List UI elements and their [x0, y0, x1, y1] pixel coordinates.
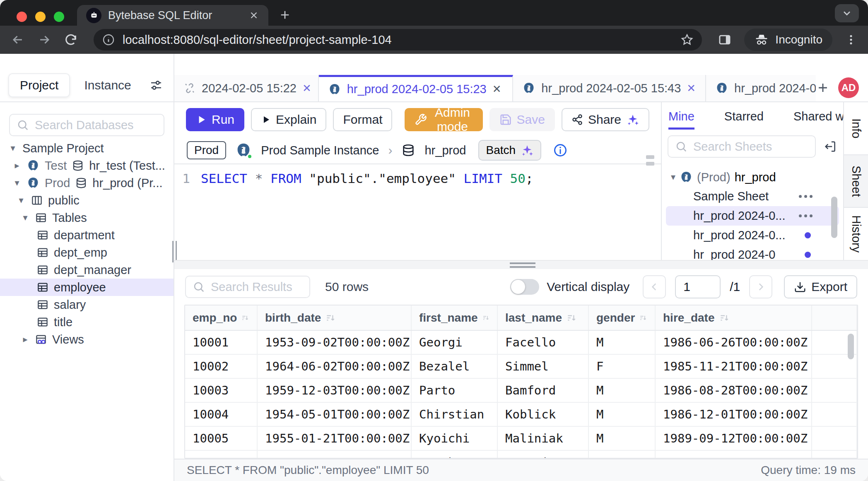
grid-cell[interactable]: 1989-09-12T00:00:00Z: [655, 426, 812, 450]
grid-cell[interactable]: Simmel: [497, 354, 588, 378]
sheets-search-input[interactable]: [693, 140, 808, 154]
results-splitter[interactable]: [174, 260, 868, 269]
next-page-button[interactable]: [749, 275, 772, 298]
grid-cell[interactable]: Facello: [497, 330, 588, 354]
filter-settings-icon[interactable]: [149, 78, 164, 93]
tree-item-views-group[interactable]: ▸ Views: [0, 331, 174, 348]
grid-cell[interactable]: 10006: [185, 450, 257, 459]
reload-icon[interactable]: [64, 33, 78, 47]
grid-cell[interactable]: 1964-06-02T00:00:00Z: [257, 354, 411, 378]
sort-icon[interactable]: [241, 313, 249, 323]
grid-cell[interactable]: 1959-12-03T00:00:00Z: [257, 378, 411, 402]
sheet-item-selected[interactable]: hr_prod 2024-0...: [666, 206, 839, 226]
sheets-scrollbar[interactable]: [831, 197, 837, 238]
explain-button[interactable]: Explain: [251, 108, 326, 131]
sort-icon[interactable]: [566, 313, 577, 323]
grid-cell[interactable]: Kyoichi: [411, 426, 497, 450]
close-window-button[interactable]: [17, 12, 27, 22]
tab-sheet[interactable]: Sheet: [844, 154, 868, 208]
vertical-display-toggle[interactable]: [510, 279, 539, 295]
results-search-input[interactable]: [211, 280, 303, 294]
close-tab-icon[interactable]: [248, 10, 259, 21]
new-sheet-button[interactable]: [816, 81, 830, 95]
grid-cell[interactable]: 10001: [185, 330, 257, 354]
tree-item-table-title[interactable]: title: [0, 313, 174, 331]
share-button[interactable]: Share: [562, 108, 649, 131]
caret-down-icon[interactable]: ▾: [17, 195, 26, 206]
grid-cell[interactable]: Anneke: [411, 450, 497, 459]
sort-icon[interactable]: [639, 313, 647, 323]
sort-icon[interactable]: [482, 313, 489, 323]
grid-cell[interactable]: M: [588, 402, 655, 426]
sort-icon[interactable]: [325, 313, 336, 323]
column-header-first-name[interactable]: first_name: [411, 305, 497, 330]
instance-name[interactable]: Prod Sample Instance: [261, 144, 379, 157]
close-sheet-icon[interactable]: ✕: [492, 83, 502, 96]
grid-cell[interactable]: 10002: [185, 354, 257, 378]
editor-scrollbar[interactable]: [646, 155, 654, 168]
browser-tab[interactable]: Bytebase SQL Editor: [77, 5, 268, 26]
back-icon[interactable]: [11, 33, 25, 47]
grid-cell[interactable]: 10003: [185, 378, 257, 402]
grid-cell[interactable]: 1989-06-02T00:00:00Z: [655, 450, 812, 459]
caret-right-icon[interactable]: ▸: [21, 334, 30, 345]
admin-mode-button[interactable]: Admin mode: [405, 108, 482, 131]
grid-cell[interactable]: F: [588, 450, 655, 459]
tree-item-table-dept-emp[interactable]: dept_emp: [0, 244, 174, 261]
grid-cell[interactable]: Georgi: [411, 330, 497, 354]
sheets-search[interactable]: [668, 135, 816, 158]
batch-button[interactable]: Batch: [478, 140, 541, 161]
forward-icon[interactable]: [37, 33, 51, 47]
grid-cell[interactable]: Parto: [411, 378, 497, 402]
grid-cell[interactable]: 1986-12-01T00:00:00Z: [655, 402, 812, 426]
grid-cell[interactable]: 1986-06-26T00:00:00Z: [655, 330, 812, 354]
user-avatar[interactable]: AD: [838, 77, 859, 98]
tree-item-table-department[interactable]: department: [0, 226, 174, 244]
grid-cell[interactable]: 1986-08-28T00:00:00Z: [655, 378, 812, 402]
run-button[interactable]: Run: [186, 108, 244, 131]
format-button[interactable]: Format: [333, 108, 392, 131]
close-sheet-icon[interactable]: ✕: [302, 82, 311, 95]
more-actions-icon[interactable]: [799, 214, 813, 217]
tab-mine[interactable]: Mine: [668, 110, 694, 130]
tab-starred[interactable]: Starred: [724, 110, 764, 130]
sheet-item-sample[interactable]: Sample Sheet: [662, 187, 843, 206]
close-sheet-icon[interactable]: ✕: [687, 82, 696, 95]
sheet-tab-3[interactable]: hr_prod 2024-02-05 15:43 ✕: [513, 75, 706, 101]
more-actions-icon[interactable]: [799, 195, 813, 198]
grid-cell[interactable]: 10005: [185, 426, 257, 450]
tab-instance[interactable]: Instance: [73, 74, 142, 96]
tree-item-tables-group[interactable]: ▾ Tables: [0, 209, 174, 226]
grid-cell[interactable]: 1953-04-20T00:00:00Z: [257, 450, 411, 459]
grid-scrollbar[interactable]: [848, 334, 854, 359]
tree-item-table-salary[interactable]: salary: [0, 296, 174, 313]
caret-down-icon[interactable]: ▾: [21, 212, 30, 223]
browser-menu-icon[interactable]: [845, 33, 857, 47]
grid-cell[interactable]: Bezalel: [411, 354, 497, 378]
grid-cell[interactable]: 1953-09-02T00:00:00Z: [257, 330, 411, 354]
grid-cell[interactable]: F: [588, 354, 655, 378]
tree-item-table-employee[interactable]: employee: [0, 279, 174, 296]
grid-cell[interactable]: Chirstian: [411, 402, 497, 426]
tab-history[interactable]: History: [844, 208, 868, 260]
url-bar[interactable]: localhost:8080/sql-editor/sheet/project-…: [94, 29, 702, 51]
new-tab-button[interactable]: [278, 8, 292, 22]
database-name[interactable]: hr_prod: [424, 144, 466, 157]
grid-cell[interactable]: 1985-11-21T00:00:00Z: [655, 354, 812, 378]
caret-down-icon[interactable]: ▾: [671, 172, 675, 183]
sql-code-editor[interactable]: 1 SELECT * FROM "public"."employee" LIMI…: [174, 164, 661, 260]
caret-down-icon[interactable]: ▾: [8, 143, 17, 154]
column-header-last-name[interactable]: last_name: [497, 305, 588, 330]
tab-project[interactable]: Project: [8, 73, 70, 97]
sort-icon[interactable]: [719, 313, 730, 323]
tab-search-button[interactable]: [835, 4, 859, 22]
grid-cell[interactable]: M: [588, 426, 655, 450]
grid-cell[interactable]: M: [588, 330, 655, 354]
info-icon[interactable]: [553, 143, 568, 158]
column-header-gender[interactable]: gender: [588, 305, 655, 330]
caret-right-icon[interactable]: ▸: [12, 160, 22, 171]
column-header-hire-date[interactable]: hire_date: [655, 305, 812, 330]
column-header-emp-no[interactable]: emp_no: [185, 305, 257, 330]
grid-cell[interactable]: Maliniak: [497, 426, 588, 450]
database-search[interactable]: [9, 114, 164, 136]
